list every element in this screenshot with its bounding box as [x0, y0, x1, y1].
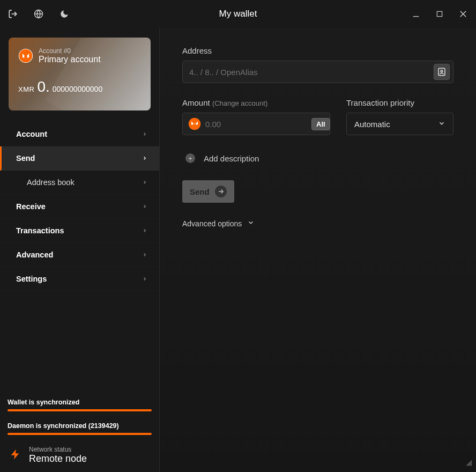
plus-circle-icon: +	[185, 153, 195, 163]
amount-input-wrap: All	[182, 113, 330, 135]
priority-label: Transaction priority	[346, 98, 453, 107]
daemon-sync-label: Daemon is synchronized (2139429)	[8, 422, 152, 430]
nav-item-receive[interactable]: Receive	[0, 195, 159, 219]
amount-label: Amount (Change account)	[182, 98, 330, 107]
nav: Account Send Address book Receive	[0, 122, 159, 291]
send-button-label: Send	[190, 187, 210, 196]
account-name: Primary account	[39, 55, 101, 64]
monero-logo-icon	[18, 48, 33, 63]
address-book-button[interactable]	[434, 64, 450, 80]
amount-label-text: Amount	[182, 98, 210, 107]
chevron-right-icon	[142, 250, 147, 259]
window-title: My wallet	[219, 9, 257, 19]
add-description-label: Add description	[204, 154, 259, 163]
nav-item-transactions[interactable]: Transactions	[0, 219, 159, 243]
contact-icon	[437, 67, 447, 77]
nav-label: Transactions	[16, 226, 64, 235]
arrow-right-icon	[215, 186, 227, 197]
chevron-right-icon	[142, 202, 147, 211]
network-mode: Remote node	[29, 453, 87, 464]
bolt-icon	[10, 447, 21, 464]
chevron-down-icon	[247, 219, 255, 228]
nav-label: Settings	[16, 275, 47, 283]
address-input-wrap	[182, 61, 453, 83]
chevron-right-icon	[142, 178, 147, 187]
daemon-sync-bar	[8, 433, 152, 435]
advanced-options-label: Advanced options	[182, 219, 242, 228]
resize-handle-icon[interactable]	[465, 459, 473, 469]
nav-label: Send	[16, 154, 35, 163]
network-status[interactable]: Network status Remote node	[8, 446, 152, 464]
svg-rect-2	[437, 11, 442, 16]
account-balance: XMR 0. 000000000000	[18, 78, 141, 95]
balance-int: 0.	[37, 78, 49, 95]
moon-icon[interactable]	[59, 9, 70, 19]
nav-item-advanced[interactable]: Advanced	[0, 243, 159, 267]
monero-icon	[188, 117, 201, 130]
nav-label: Advanced	[16, 250, 53, 259]
logout-icon[interactable]	[8, 9, 18, 19]
minimize-icon[interactable]	[411, 9, 421, 19]
chevron-right-icon	[142, 275, 147, 283]
change-account-link[interactable]: (Change account)	[212, 99, 267, 107]
account-card[interactable]: Account #0 Primary account XMR 0. 000000…	[9, 38, 151, 110]
globe-icon[interactable]	[33, 9, 44, 19]
chevron-right-icon	[142, 130, 147, 138]
wallet-sync-bar	[8, 409, 152, 411]
svg-point-8	[189, 118, 201, 130]
nav-item-send[interactable]: Send	[0, 146, 159, 171]
account-number: Account #0	[39, 47, 101, 55]
amount-input[interactable]	[205, 120, 307, 129]
nav-label: Address book	[27, 178, 75, 187]
chevron-right-icon	[142, 154, 147, 163]
balance-frac: 000000000000	[53, 85, 102, 93]
svg-point-7	[441, 70, 443, 72]
address-label: Address	[182, 46, 453, 55]
svg-line-11	[471, 464, 472, 466]
wallet-sync-label: Wallet is synchronized	[8, 399, 152, 406]
advanced-options-toggle[interactable]: Advanced options	[182, 219, 453, 228]
nav-item-settings[interactable]: Settings	[0, 267, 159, 291]
priority-select[interactable]: Automatic	[346, 113, 453, 135]
titlebar: My wallet	[0, 0, 476, 28]
currency-symbol: XMR	[18, 85, 34, 93]
chevron-right-icon	[142, 226, 147, 235]
maximize-icon[interactable]	[434, 9, 445, 19]
add-description-button[interactable]: + Add description	[182, 153, 453, 163]
nav-label: Account	[16, 130, 47, 138]
priority-value: Automatic	[354, 120, 390, 129]
send-button[interactable]: Send	[182, 180, 234, 203]
chevron-down-icon	[438, 120, 445, 129]
close-icon[interactable]	[458, 9, 468, 19]
network-status-label: Network status	[29, 446, 87, 453]
amount-all-button[interactable]: All	[311, 118, 330, 130]
nav-label: Receive	[16, 202, 46, 211]
nav-item-account[interactable]: Account	[0, 122, 159, 146]
nav-item-address-book[interactable]: Address book	[0, 171, 159, 195]
address-input[interactable]	[189, 68, 434, 77]
sidebar: Account #0 Primary account XMR 0. 000000…	[0, 28, 160, 472]
main-panel: Address Amount (Change account)	[160, 28, 476, 472]
